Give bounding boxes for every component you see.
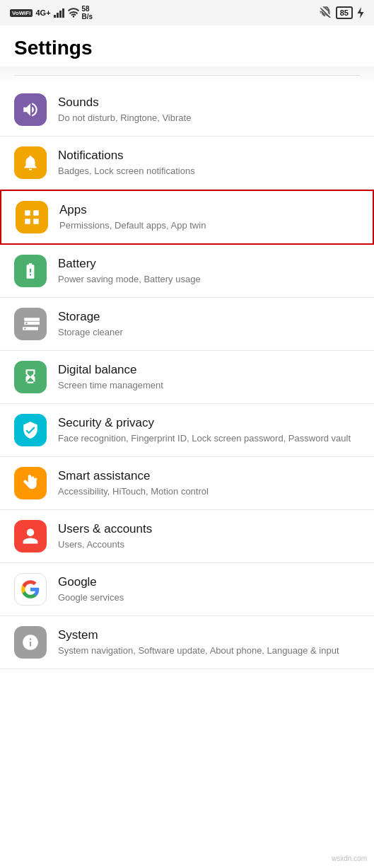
mute-icon: [319, 6, 332, 19]
svg-rect-9: [33, 219, 39, 224]
system-icon-wrap: [14, 626, 47, 659]
google-icon: [21, 579, 40, 599]
sounds-text: Sounds Do not disturb, Ringtone, Vibrate: [58, 95, 360, 125]
divider-top: [14, 75, 360, 76]
signal-bars-icon: [54, 8, 65, 18]
bell-icon: [21, 154, 40, 172]
svg-rect-0: [54, 15, 56, 18]
status-left: VoWiFi 4G+ 58B/s: [10, 5, 93, 21]
apps-icon-wrap: [16, 201, 48, 233]
settings-item-digital[interactable]: Digital balance Screen time management: [0, 351, 374, 404]
users-subtitle: Users, Accounts: [58, 538, 360, 551]
svg-rect-7: [33, 210, 39, 216]
user-icon: [21, 527, 40, 545]
storage-title: Storage: [58, 309, 360, 325]
security-subtitle: Face recognition, Fingerprint ID, Lock s…: [58, 432, 360, 445]
status-right: 85: [319, 6, 364, 19]
scroll-top-indicator: [0, 66, 374, 83]
notifications-text: Notifications Badges, Lock screen notifi…: [58, 148, 360, 178]
digital-subtitle: Screen time management: [58, 379, 360, 392]
network-type: 4G+: [35, 8, 50, 17]
page-header: Settings: [0, 25, 374, 66]
speed-indicator: 58B/s: [82, 5, 93, 21]
apps-text: Apps Permissions, Default apps, App twin: [59, 202, 358, 232]
battery-level: 85: [340, 8, 349, 17]
security-text: Security & privacy Face recognition, Fin…: [58, 415, 360, 445]
battery-charging-icon: [21, 262, 40, 280]
settings-item-security[interactable]: Security & privacy Face recognition, Fin…: [0, 404, 374, 457]
shield-icon: [21, 421, 40, 439]
battery-icon-wrap: [14, 255, 47, 287]
storage-icon-wrap: [14, 308, 47, 340]
digital-text: Digital balance Screen time management: [58, 362, 360, 392]
google-text: Google Google services: [58, 574, 360, 604]
watermark: wsxdn.com: [332, 855, 367, 862]
smart-subtitle: Accessibility, HiTouch, Motion control: [58, 485, 360, 498]
settings-item-storage[interactable]: Storage Storage cleaner: [0, 298, 374, 351]
notifications-title: Notifications: [58, 148, 360, 163]
sounds-subtitle: Do not disturb, Ringtone, Vibrate: [58, 112, 360, 125]
smart-text: Smart assistance Accessibility, HiTouch,…: [58, 468, 360, 498]
users-title: Users & accounts: [58, 521, 360, 537]
status-bar: VoWiFi 4G+ 58B/s 85: [0, 0, 374, 25]
notifications-icon-wrap: [14, 146, 47, 179]
settings-list: Sounds Do not disturb, Ringtone, Vibrate…: [0, 83, 374, 669]
svg-rect-3: [62, 8, 64, 18]
storage-icon: [21, 315, 40, 333]
digital-title: Digital balance: [58, 362, 360, 378]
notifications-subtitle: Badges, Lock screen notifications: [58, 165, 360, 178]
charging-icon: [357, 7, 364, 18]
svg-rect-6: [25, 210, 30, 216]
vowifi-badge: VoWiFi: [10, 9, 33, 17]
apps-title: Apps: [59, 202, 358, 218]
page-title: Settings: [14, 37, 360, 59]
settings-item-notifications[interactable]: Notifications Badges, Lock screen notifi…: [0, 137, 374, 190]
hourglass-icon: [21, 368, 40, 386]
apps-subtitle: Permissions, Default apps, App twin: [59, 219, 358, 232]
battery-subtitle: Power saving mode, Battery usage: [58, 273, 360, 286]
settings-item-google[interactable]: Google Google services: [0, 563, 374, 616]
storage-text: Storage Storage cleaner: [58, 309, 360, 339]
users-icon-wrap: [14, 520, 47, 552]
settings-item-apps[interactable]: Apps Permissions, Default apps, App twin: [0, 190, 374, 245]
users-text: Users & accounts Users, Accounts: [58, 521, 360, 551]
sounds-title: Sounds: [58, 95, 360, 110]
info-icon: [21, 633, 40, 652]
digital-icon-wrap: [14, 361, 47, 393]
smart-icon-wrap: [14, 467, 47, 499]
google-icon-wrap: [14, 573, 47, 606]
battery-indicator: 85: [336, 6, 353, 19]
svg-rect-1: [57, 13, 59, 18]
settings-item-sounds[interactable]: Sounds Do not disturb, Ringtone, Vibrate: [0, 83, 374, 137]
system-title: System: [58, 627, 360, 643]
google-subtitle: Google services: [58, 591, 360, 604]
system-subtitle: System navigation, Software update, Abou…: [58, 644, 360, 657]
security-title: Security & privacy: [58, 415, 360, 431]
svg-rect-2: [59, 11, 62, 18]
system-text: System System navigation, Software updat…: [58, 627, 360, 657]
settings-item-battery[interactable]: Battery Power saving mode, Battery usage: [0, 245, 374, 298]
wifi-icon: [68, 8, 79, 18]
google-title: Google: [58, 574, 360, 590]
svg-marker-5: [358, 7, 364, 18]
settings-item-users[interactable]: Users & accounts Users, Accounts: [0, 510, 374, 563]
svg-rect-8: [25, 219, 30, 224]
speaker-icon: [21, 100, 40, 119]
storage-subtitle: Storage cleaner: [58, 326, 360, 339]
sounds-icon-wrap: [14, 93, 47, 126]
apps-icon: [23, 208, 41, 226]
settings-item-system[interactable]: System System navigation, Software updat…: [0, 616, 374, 669]
battery-text: Battery Power saving mode, Battery usage: [58, 256, 360, 286]
battery-title: Battery: [58, 256, 360, 272]
hand-icon: [21, 474, 40, 492]
settings-item-smart[interactable]: Smart assistance Accessibility, HiTouch,…: [0, 457, 374, 510]
smart-title: Smart assistance: [58, 468, 360, 484]
security-icon-wrap: [14, 414, 47, 446]
